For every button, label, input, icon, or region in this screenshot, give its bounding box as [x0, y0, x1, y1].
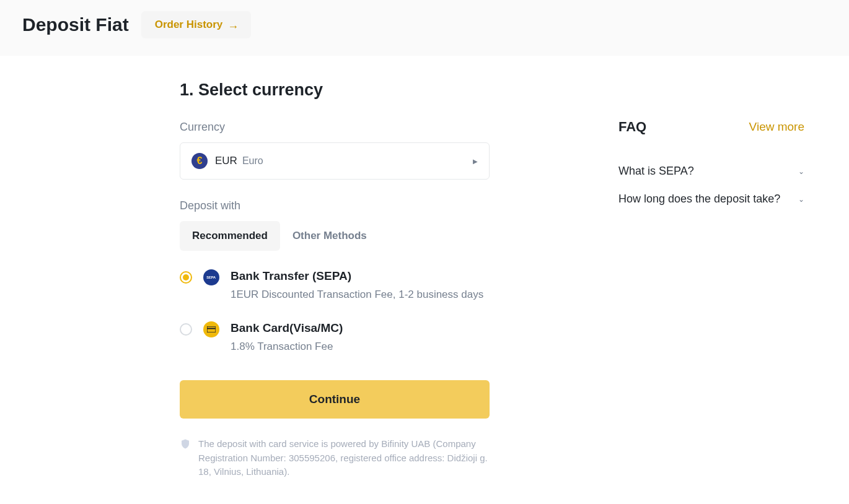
method-desc: 1EUR Discounted Transaction Fee, 1-2 bus… — [231, 287, 490, 303]
radio-card[interactable] — [180, 323, 192, 336]
currency-label: Currency — [180, 121, 490, 134]
method-tabs: Recommended Other Methods — [180, 221, 490, 251]
page-title: Deposit Fiat — [22, 14, 129, 35]
faq-panel: FAQ View more What is SEPA? ⌄ How long d… — [618, 80, 804, 479]
method-title: Bank Transfer (SEPA) — [231, 269, 490, 283]
tab-recommended[interactable]: Recommended — [180, 221, 280, 251]
deposit-form: 1. Select currency Currency € EUR Euro ▶… — [180, 80, 490, 479]
faq-view-more-link[interactable]: View more — [749, 120, 804, 134]
currency-code: EUR — [215, 155, 237, 167]
disclaimer: The deposit with card service is powered… — [180, 437, 490, 479]
deposit-with-label: Deposit with — [180, 199, 490, 212]
order-history-label: Order History — [155, 19, 223, 31]
order-history-button[interactable]: Order History — [141, 11, 252, 38]
faq-item[interactable]: How long does the deposit take? ⌄ — [618, 185, 804, 213]
faq-item[interactable]: What is SEPA? ⌄ — [618, 157, 804, 185]
credit-card-icon — [207, 326, 216, 332]
faq-question: What is SEPA? — [618, 165, 694, 178]
method-title: Bank Card(Visa/MC) — [231, 321, 490, 335]
faq-header: FAQ View more — [618, 119, 804, 135]
currency-select[interactable]: € EUR Euro ▶ — [180, 142, 490, 180]
card-icon — [203, 321, 219, 337]
main-container: 1. Select currency Currency € EUR Euro ▶… — [0, 56, 849, 504]
euro-icon: € — [191, 153, 208, 169]
chevron-down-icon: ⌄ — [798, 167, 804, 176]
chevron-right-icon: ▶ — [473, 158, 478, 165]
sepa-icon: SEPA — [203, 269, 219, 285]
method-desc: 1.8% Transaction Fee — [231, 339, 490, 355]
svg-rect-0 — [207, 326, 216, 332]
chevron-down-icon: ⌄ — [798, 195, 804, 204]
continue-button[interactable]: Continue — [180, 380, 490, 419]
top-header: Deposit Fiat Order History — [0, 0, 849, 56]
method-body: Bank Transfer (SEPA) 1EUR Discounted Tra… — [231, 269, 490, 303]
arrow-right-icon — [227, 21, 237, 28]
method-card[interactable]: Bank Card(Visa/MC) 1.8% Transaction Fee — [180, 321, 490, 355]
method-body: Bank Card(Visa/MC) 1.8% Transaction Fee — [231, 321, 490, 355]
svg-rect-1 — [207, 328, 216, 329]
shield-icon — [180, 438, 191, 450]
faq-title: FAQ — [618, 119, 646, 135]
faq-question: How long does the deposit take? — [618, 193, 780, 206]
radio-sepa[interactable] — [180, 271, 192, 284]
method-sepa[interactable]: SEPA Bank Transfer (SEPA) 1EUR Discounte… — [180, 269, 490, 303]
tab-other-methods[interactable]: Other Methods — [280, 221, 379, 251]
currency-name: Euro — [242, 155, 263, 167]
step-heading: 1. Select currency — [180, 80, 490, 100]
disclaimer-text: The deposit with card service is powered… — [198, 437, 490, 479]
